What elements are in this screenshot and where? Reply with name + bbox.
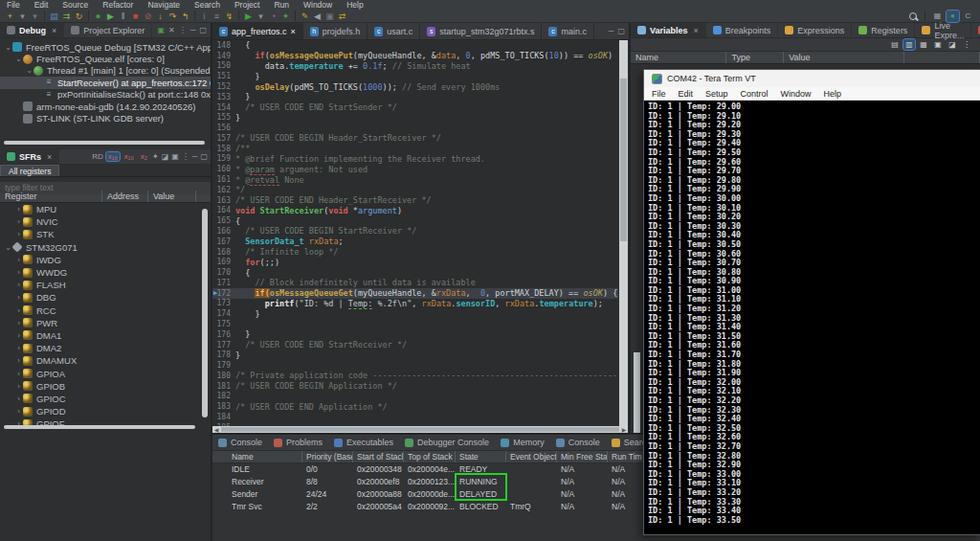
- console-tab-console[interactable]: Console: [550, 435, 606, 450]
- column-header-name[interactable]: Name: [631, 52, 726, 63]
- editor-tab-usart-c[interactable]: cusart.c: [368, 23, 420, 39]
- line-number[interactable]: 174: [212, 309, 235, 318]
- search-icon[interactable]: [909, 12, 917, 20]
- menu-file[interactable]: File: [7, 0, 20, 10]
- link-editor-icon[interactable]: ⇄: [336, 11, 348, 22]
- line-number[interactable]: 153: [212, 93, 235, 101]
- tab-project-explorer[interactable]: Project Explorer: [64, 23, 152, 37]
- code-line[interactable]: 181/* USER CODE BEGIN Application */: [212, 381, 618, 392]
- line-number[interactable]: 162: [212, 186, 235, 194]
- console-tab-problems[interactable]: Problems: [268, 435, 328, 450]
- menu-help[interactable]: Help: [346, 0, 363, 10]
- tree-item-stm32g071[interactable]: ⌄STM32G071: [0, 241, 211, 254]
- code-line[interactable]: 183/* USER CODE END Application */: [212, 401, 618, 412]
- code-line[interactable]: 169 for(;;): [212, 257, 618, 267]
- show-logical-structure-icon[interactable]: ▦: [918, 39, 929, 50]
- console-tab-executables[interactable]: Executables: [328, 435, 399, 450]
- code-line[interactable]: 174 }: [212, 308, 618, 319]
- chevron-down-icon[interactable]: ⌄: [4, 243, 12, 252]
- chevron-down-icon[interactable]: ⌄: [14, 55, 23, 63]
- line-number[interactable]: 182: [212, 392, 235, 400]
- debug-icon[interactable]: ●: [92, 11, 104, 22]
- line-number[interactable]: 183: [212, 402, 235, 411]
- code-line[interactable]: 166 /* USER CODE BEGIN StartReceiver */: [212, 226, 618, 237]
- code-line[interactable]: 157/* USER CODE BEGIN Header_StartReceiv…: [212, 133, 618, 144]
- line-number[interactable]: 173: [212, 299, 235, 307]
- code-line[interactable]: 170 {: [212, 267, 618, 278]
- pin-editor-icon[interactable]: ▣: [323, 11, 336, 22]
- code-line[interactable]: 155}: [212, 112, 618, 123]
- tree-item-thread-1-main-1-core-0-suspend[interactable]: ⌄Thread #1 [main] 1 [core: 0] (Suspended…: [0, 65, 211, 77]
- line-number[interactable]: 167: [212, 237, 235, 246]
- line-number[interactable]: 154: [212, 103, 235, 112]
- format-button-2[interactable]: x₂: [139, 152, 149, 161]
- menu-source[interactable]: Source: [62, 0, 88, 10]
- code-line[interactable]: 180/* Private application code ---------…: [212, 371, 618, 381]
- tree-item-freertos-queue-elf-cores-0-[interactable]: ⌄FreeRTOS_Queue.elf [cores: 0]: [0, 53, 211, 64]
- tree-item-dma1[interactable]: ›DMA1: [0, 329, 211, 342]
- tab-expressions[interactable]: Expressions: [778, 23, 852, 37]
- editor-tab-main-c[interactable]: cmain.c: [542, 23, 594, 39]
- code-line[interactable]: ▶172 if(osMessageQueueGet(myQueueHandle,…: [212, 288, 618, 299]
- terminate-icon[interactable]: ■: [129, 11, 142, 22]
- code-line[interactable]: 171 // Block indefinitely until data is …: [212, 278, 618, 288]
- code-line[interactable]: 167 SensorData_t rxData;: [212, 237, 618, 247]
- line-number[interactable]: 160: [212, 165, 235, 173]
- sfrs-hscrollbar[interactable]: [4, 425, 195, 429]
- format-button-0[interactable]: x₁₆: [106, 152, 120, 161]
- editor-tab-projdefs-h[interactable]: hprojdefs.h: [303, 23, 368, 39]
- maximize-icon[interactable]: ▢: [199, 26, 207, 34]
- line-number[interactable]: 157: [212, 134, 235, 143]
- chevron-right-icon[interactable]: ›: [14, 293, 23, 302]
- line-number[interactable]: 148: [212, 41, 235, 50]
- tree-item-wwdg[interactable]: ›WWDG: [0, 266, 211, 279]
- chevron-right-icon[interactable]: ›: [14, 394, 23, 403]
- code-line[interactable]: 153 }: [212, 92, 618, 102]
- line-number[interactable]: 171: [212, 279, 235, 287]
- line-number[interactable]: 179: [212, 361, 235, 370]
- run-icon[interactable]: ▶: [242, 11, 255, 22]
- step-over-icon[interactable]: ↷: [167, 11, 179, 22]
- save-all-icon[interactable]: ▾: [29, 11, 41, 22]
- chevron-down-icon[interactable]: ⌄: [4, 43, 12, 52]
- tree-item-gpioa[interactable]: ›GPIOA: [0, 367, 211, 379]
- debug-hscrollbar[interactable]: [4, 141, 205, 145]
- code-line[interactable]: 182: [212, 392, 618, 402]
- scroll-right-arrow-icon[interactable]: ▶: [620, 426, 628, 433]
- menu-refactor[interactable]: Refactor: [102, 0, 133, 10]
- minimize-icon[interactable]: ─: [192, 152, 198, 161]
- new-wizard-icon[interactable]: +: [4, 11, 16, 22]
- instruction-stepping-icon[interactable]: i: [198, 11, 211, 22]
- editor-vscrollbar[interactable]: [619, 40, 628, 426]
- line-number[interactable]: 178: [212, 350, 235, 359]
- import-icon[interactable]: ◪: [947, 39, 958, 50]
- teraterm-terminal[interactable]: ID: 1 | Temp: 29.00ID: 1 | Temp: 29.10ID…: [644, 101, 980, 534]
- line-number[interactable]: 170: [212, 268, 235, 277]
- line-number[interactable]: 149: [212, 52, 235, 60]
- chevron-right-icon[interactable]: ›: [14, 217, 23, 226]
- code-line[interactable]: 164void StartReceiver(void *argument): [212, 206, 618, 216]
- chevron-right-icon[interactable]: ›: [14, 306, 23, 315]
- menu-project[interactable]: Project: [234, 0, 259, 10]
- new-view-icon[interactable]: ▣: [932, 39, 944, 50]
- tree-item-arm-none-eabi-gdb-14-2-90-2024[interactable]: arm-none-eabi-gdb (14.2.90.20240526): [0, 101, 211, 112]
- code-line[interactable]: 148 {: [212, 40, 618, 51]
- code-line[interactable]: 175: [212, 319, 618, 329]
- line-number[interactable]: 175: [212, 320, 235, 328]
- skip-breakpoints-icon[interactable]: ⇉: [60, 11, 73, 22]
- code-line[interactable]: 178}: [212, 349, 618, 360]
- code-line[interactable]: 176 }: [212, 329, 618, 340]
- chevron-right-icon[interactable]: ›: [14, 256, 23, 264]
- tree-item-freertos-queue-debug-stm32-c-c[interactable]: ⌄FreeRTOS_Queue Debug [STM32 C/C++ Appli…: [0, 41, 211, 53]
- menu-search[interactable]: Search: [194, 0, 220, 10]
- tree-item-gpioc[interactable]: ›GPIOC: [0, 393, 211, 405]
- chevron-right-icon[interactable]: ›: [14, 331, 23, 340]
- tab-registers[interactable]: Registers: [852, 23, 915, 37]
- line-number[interactable]: 184: [212, 413, 235, 421]
- line-number[interactable]: 177: [212, 341, 235, 349]
- tree-item-dbg[interactable]: ›DBG: [0, 291, 211, 304]
- column-header-address[interactable]: Address: [102, 191, 148, 202]
- view-menu-icon[interactable]: ⋮: [961, 39, 972, 50]
- console-tab-debugger-console[interactable]: Debugger Console: [399, 435, 495, 450]
- save-icon[interactable]: ▾: [16, 11, 29, 22]
